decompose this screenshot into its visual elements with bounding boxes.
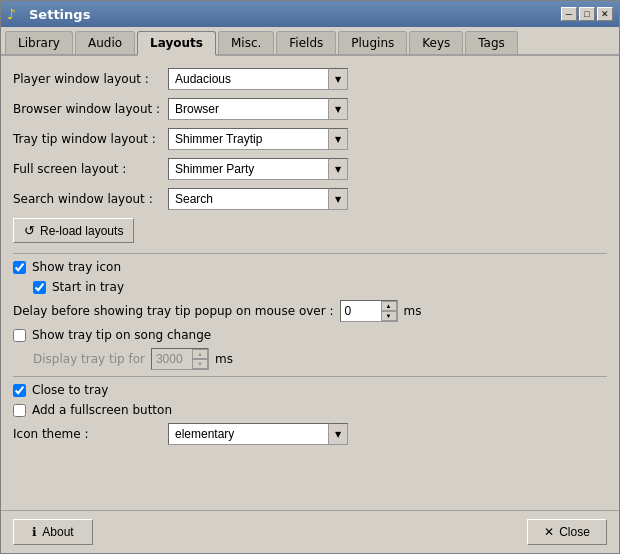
- tab-fields[interactable]: Fields: [276, 31, 336, 54]
- tray-layout-select-wrapper: Shimmer Traytip ▼: [168, 128, 348, 150]
- browser-layout-select[interactable]: Browser: [168, 98, 348, 120]
- delay-unit: ms: [404, 304, 422, 318]
- show-tray-row: Show tray icon: [13, 260, 607, 274]
- start-in-tray-row: Start in tray: [33, 280, 607, 294]
- reload-icon: ↺: [24, 223, 35, 238]
- fullscreen-button-checkbox[interactable]: [13, 404, 26, 417]
- show-tray-tip-label: Show tray tip on song change: [32, 328, 211, 342]
- app-icon: ♪: [7, 6, 23, 22]
- maximize-button[interactable]: □: [579, 7, 595, 21]
- tray-layout-row: Tray tip window layout : Shimmer Traytip…: [13, 128, 607, 150]
- tray-layout-select[interactable]: Shimmer Traytip: [168, 128, 348, 150]
- delay-row: Delay before showing tray tip popup on m…: [13, 300, 607, 322]
- icon-theme-label: Icon theme :: [13, 427, 168, 441]
- search-layout-row: Search window layout : Search ▼: [13, 188, 607, 210]
- fullscreen-layout-row: Full screen layout : Shimmer Party ▼: [13, 158, 607, 180]
- start-in-tray-label: Start in tray: [52, 280, 124, 294]
- display-tray-up-button[interactable]: ▲: [192, 349, 208, 359]
- separator-2: [13, 376, 607, 377]
- reload-label: Re-load layouts: [40, 224, 123, 238]
- content-area: Player window layout : Audacious ▼ Brows…: [1, 56, 619, 510]
- close-button[interactable]: ✕ Close: [527, 519, 607, 545]
- footer: ℹ About ✕ Close: [1, 510, 619, 553]
- display-tray-unit: ms: [215, 352, 233, 366]
- search-layout-label: Search window layout :: [13, 192, 168, 206]
- search-layout-select-wrapper: Search ▼: [168, 188, 348, 210]
- tab-layouts[interactable]: Layouts: [137, 31, 216, 56]
- about-button[interactable]: ℹ About: [13, 519, 93, 545]
- titlebar-left: ♪ Settings: [7, 6, 90, 22]
- show-tray-label: Show tray icon: [32, 260, 121, 274]
- fullscreen-layout-label: Full screen layout :: [13, 162, 168, 176]
- delay-input[interactable]: [341, 301, 381, 321]
- about-label: About: [42, 525, 73, 539]
- delay-up-button[interactable]: ▲: [381, 301, 397, 311]
- window-title: Settings: [29, 7, 90, 22]
- tab-plugins[interactable]: Plugins: [338, 31, 407, 54]
- close-to-tray-label: Close to tray: [32, 383, 108, 397]
- display-tray-label: Display tray tip for: [33, 352, 145, 366]
- tab-keys[interactable]: Keys: [409, 31, 463, 54]
- player-layout-label: Player window layout :: [13, 72, 168, 86]
- delay-spinner-buttons: ▲ ▼: [381, 301, 397, 321]
- display-tray-spinner-wrapper: ▲ ▼: [151, 348, 209, 370]
- player-layout-select[interactable]: Audacious: [168, 68, 348, 90]
- show-tray-tip-checkbox[interactable]: [13, 329, 26, 342]
- tab-audio[interactable]: Audio: [75, 31, 135, 54]
- display-tray-spinner-buttons: ▲ ▼: [192, 349, 208, 369]
- close-to-tray-checkbox[interactable]: [13, 384, 26, 397]
- minimize-button[interactable]: ─: [561, 7, 577, 21]
- player-layout-select-wrapper: Audacious ▼: [168, 68, 348, 90]
- icon-theme-select-wrapper: elementary ▼: [168, 423, 348, 445]
- fullscreen-button-row: Add a fullscreen button: [13, 403, 607, 417]
- show-tray-checkbox[interactable]: [13, 261, 26, 274]
- player-layout-row: Player window layout : Audacious ▼: [13, 68, 607, 90]
- icon-theme-select[interactable]: elementary: [168, 423, 348, 445]
- close-window-button[interactable]: ✕: [597, 7, 613, 21]
- fullscreen-button-label: Add a fullscreen button: [32, 403, 172, 417]
- display-tray-down-button[interactable]: ▼: [192, 359, 208, 369]
- fullscreen-layout-select[interactable]: Shimmer Party: [168, 158, 348, 180]
- tray-layout-label: Tray tip window layout :: [13, 132, 168, 146]
- display-tray-input[interactable]: [152, 349, 192, 369]
- show-tray-tip-row: Show tray tip on song change: [13, 328, 607, 342]
- fullscreen-layout-select-wrapper: Shimmer Party ▼: [168, 158, 348, 180]
- browser-layout-label: Browser window layout :: [13, 102, 168, 116]
- delay-label: Delay before showing tray tip popup on m…: [13, 304, 334, 318]
- tab-library[interactable]: Library: [5, 31, 73, 54]
- reload-layouts-button[interactable]: ↺ Re-load layouts: [13, 218, 134, 243]
- close-to-tray-row: Close to tray: [13, 383, 607, 397]
- tab-tags[interactable]: Tags: [465, 31, 518, 54]
- delay-spinner-wrapper: ▲ ▼: [340, 300, 398, 322]
- about-icon: ℹ: [32, 525, 37, 539]
- browser-layout-select-wrapper: Browser ▼: [168, 98, 348, 120]
- close-label: Close: [559, 525, 590, 539]
- delay-down-button[interactable]: ▼: [381, 311, 397, 321]
- settings-window: ♪ Settings ─ □ ✕ Library Audio Layouts M…: [0, 0, 620, 554]
- tab-misc[interactable]: Misc.: [218, 31, 274, 54]
- tabs-bar: Library Audio Layouts Misc. Fields Plugi…: [1, 27, 619, 56]
- close-icon: ✕: [544, 525, 554, 539]
- separator-1: [13, 253, 607, 254]
- search-layout-select[interactable]: Search: [168, 188, 348, 210]
- titlebar: ♪ Settings ─ □ ✕: [1, 1, 619, 27]
- browser-layout-row: Browser window layout : Browser ▼: [13, 98, 607, 120]
- display-tray-row: Display tray tip for ▲ ▼ ms: [33, 348, 607, 370]
- start-in-tray-checkbox[interactable]: [33, 281, 46, 294]
- titlebar-buttons: ─ □ ✕: [561, 7, 613, 21]
- icon-theme-row: Icon theme : elementary ▼: [13, 423, 607, 445]
